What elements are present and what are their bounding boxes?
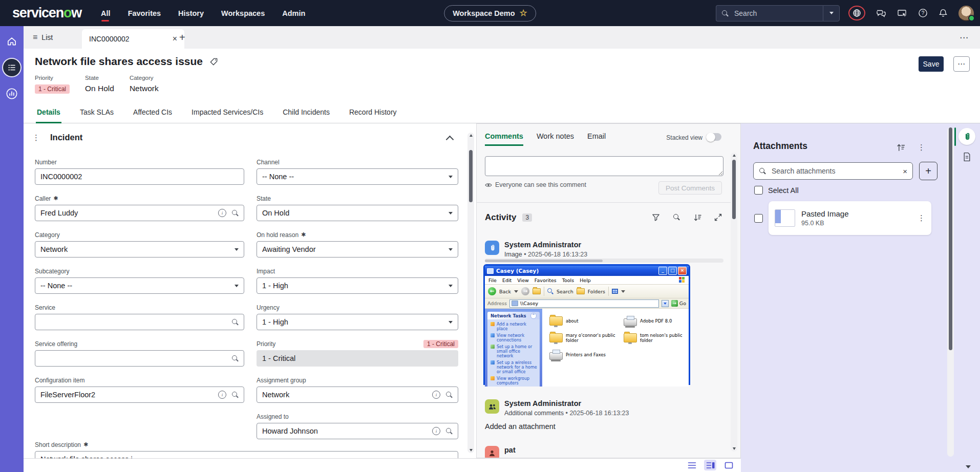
global-search-input[interactable] [733, 9, 807, 18]
on-hold-reason-select[interactable]: Awaiting Vendor [257, 241, 458, 258]
tab-overflow-menu[interactable]: ⋯ [960, 26, 969, 49]
nav-item-all[interactable]: All [101, 7, 111, 19]
tab-details[interactable]: Details [36, 102, 61, 123]
details-rail-document-icon[interactable] [963, 152, 971, 162]
scrollbar-thumb[interactable] [469, 150, 473, 202]
info-icon[interactable]: i [432, 391, 440, 399]
scroll-up-icon[interactable] [733, 154, 736, 157]
close-icon[interactable]: × [173, 34, 177, 44]
expand-icon[interactable] [714, 213, 722, 222]
form-scrollbar[interactable] [467, 133, 474, 453]
scrollbar-thumb[interactable] [732, 160, 736, 219]
more-actions-button[interactable]: ⋯ [953, 56, 970, 72]
lookup-icon[interactable] [445, 427, 453, 435]
clear-search-icon[interactable]: × [903, 167, 907, 176]
attachment-checkbox[interactable] [754, 214, 763, 223]
comments-scrollbar[interactable] [731, 153, 737, 452]
section-menu-icon[interactable]: ⋮ [32, 133, 40, 142]
service-input[interactable] [35, 314, 244, 330]
servicenow-logo[interactable]: servicenow [12, 5, 81, 21]
language-globe-icon[interactable] [848, 6, 865, 20]
tab-record-history[interactable]: Record History [348, 102, 398, 123]
list-panel-icon[interactable] [3, 59, 20, 76]
global-search-box[interactable] [716, 5, 823, 22]
tag-icon[interactable] [209, 57, 218, 66]
channel-select[interactable]: -- None -- [257, 168, 458, 185]
full-view-icon[interactable] [722, 460, 735, 470]
screen-share-icon[interactable] [897, 9, 907, 18]
help-icon[interactable]: ? [918, 8, 928, 18]
attachments-scrollbar[interactable] [947, 127, 954, 457]
workspace-switcher[interactable]: Workspace Demo ☆ [444, 5, 536, 22]
comment-input[interactable] [485, 156, 723, 176]
scrollbar-thumb[interactable] [485, 260, 603, 262]
attachments-search-box[interactable]: × [753, 162, 913, 180]
filter-icon[interactable] [652, 213, 660, 222]
nav-item-favorites[interactable]: Favorites [128, 7, 161, 19]
tab-impacted-services[interactable]: Impacted Services/CIs [190, 102, 264, 123]
attachment-menu-icon[interactable]: ⋮ [918, 213, 925, 223]
lookup-icon[interactable] [231, 318, 239, 326]
info-icon[interactable]: i [218, 391, 226, 399]
attachments-search-input[interactable] [771, 166, 898, 176]
search-scope-dropdown[interactable] [823, 5, 840, 22]
state-select[interactable]: On Hold [257, 205, 458, 221]
record-tab-inc0000002[interactable]: INC0000002 × [82, 29, 184, 49]
stacked-view-toggle[interactable] [706, 133, 721, 141]
tab-task-slas[interactable]: Task SLAs [79, 102, 115, 123]
nav-item-history[interactable]: History [178, 7, 204, 19]
attachment-card[interactable]: Pasted Image 95.0 KB ⋮ [769, 201, 931, 235]
notifications-bell-icon[interactable] [939, 8, 948, 18]
new-tab-button[interactable]: + [179, 26, 185, 49]
scrollbar-thumb[interactable] [949, 127, 952, 350]
save-button[interactable]: Save [919, 56, 944, 72]
sort-icon[interactable] [693, 213, 701, 222]
add-attachment-button[interactable]: + [919, 162, 938, 180]
split-view-icon[interactable] [704, 460, 716, 470]
list-view-icon[interactable] [686, 460, 698, 470]
scroll-down-icon[interactable] [966, 465, 971, 468]
image-horizontal-scrollbar[interactable] [485, 259, 723, 263]
analytics-icon[interactable] [3, 85, 20, 102]
impact-select[interactable]: 1 - High [257, 277, 458, 294]
assignment-group-input[interactable]: Networki [257, 387, 458, 403]
list-menu-button[interactable]: ≡ List [33, 26, 53, 49]
lookup-icon[interactable] [445, 391, 453, 398]
chat-icon[interactable] [876, 9, 886, 18]
post-comments-button[interactable]: Post Comments [658, 181, 722, 195]
collapse-section-icon[interactable] [444, 134, 455, 144]
info-icon[interactable]: i [218, 209, 226, 217]
search-icon[interactable] [673, 213, 680, 221]
caller-input[interactable]: Fred Luddyi [35, 205, 244, 221]
scroll-down-icon[interactable] [470, 449, 473, 452]
tab-email[interactable]: Email [587, 132, 606, 146]
attachments-rail-paperclip-icon[interactable] [958, 128, 975, 145]
lookup-icon[interactable] [231, 355, 239, 362]
lookup-icon[interactable] [231, 209, 239, 217]
configuration-item-input[interactable]: FileServerFloor2i [35, 387, 244, 403]
tab-child-incidents[interactable]: Child Incidents [282, 102, 331, 123]
sort-attachments-icon[interactable] [897, 143, 905, 152]
tab-affected-cis[interactable]: Affected CIs [132, 102, 173, 123]
subcategory-select[interactable]: -- None -- [35, 277, 244, 294]
user-avatar[interactable] [958, 6, 974, 21]
category-select[interactable]: Network [35, 241, 244, 258]
attachments-menu-icon[interactable]: ⋮ [918, 143, 925, 152]
nav-item-workspaces[interactable]: Workspaces [221, 7, 265, 19]
tab-work-notes[interactable]: Work notes [537, 132, 574, 146]
short-description-input[interactable]: Network file shares access i [35, 451, 458, 458]
scroll-up-icon[interactable] [470, 134, 473, 137]
number-input[interactable]: INC0000002 [35, 168, 244, 185]
lookup-icon[interactable] [231, 391, 239, 398]
home-icon[interactable] [3, 33, 20, 50]
scroll-down-icon[interactable] [733, 447, 736, 450]
select-all-checkbox[interactable] [754, 186, 763, 195]
info-icon[interactable]: i [432, 427, 440, 435]
favorite-star-icon[interactable]: ☆ [520, 9, 527, 17]
tab-comments[interactable]: Comments [485, 132, 523, 146]
nav-item-admin[interactable]: Admin [282, 7, 305, 19]
attached-screenshot-image[interactable]: Casey (Casey) _□× FileEditViewFavoritesT… [483, 264, 690, 385]
service-offering-input[interactable] [35, 350, 244, 367]
urgency-select[interactable]: 1 - High [257, 314, 458, 330]
assigned-to-input[interactable]: Howard Johnsoni [257, 423, 458, 439]
